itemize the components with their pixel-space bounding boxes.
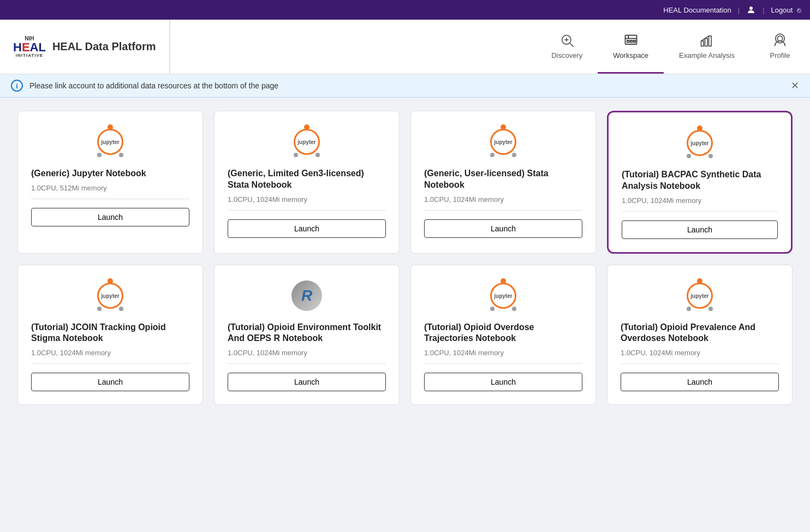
svg-point-14 — [777, 35, 782, 40]
card-specs-opioid-env: 1.0CPU, 1024Mi memory — [228, 349, 307, 357]
launch-button-generic-user-stata[interactable]: Launch — [424, 219, 582, 238]
svg-rect-10 — [633, 40, 635, 43]
card-divider-generic-stata — [228, 210, 386, 211]
svg-point-0 — [749, 7, 753, 10]
platform-title: HEAL Data Platform — [52, 40, 156, 53]
svg-point-15 — [776, 34, 784, 43]
card-divider-opioid-traj — [424, 363, 582, 364]
card-specs-opioid-prev: 1.0CPU, 1024Mi memory — [621, 349, 700, 357]
profile-icon — [772, 33, 788, 48]
close-banner-button[interactable]: ✕ — [791, 80, 799, 92]
card-logo-generic-user-stata: jupyter — [424, 124, 582, 159]
notebook-card-generic-user-stata: jupyter (Generic, User-licensed) Stata N… — [410, 111, 596, 254]
tab-example-analysis-label: Example Analysis — [679, 51, 735, 59]
cards-grid: jupyter (Generic) Jupyter Notebook 1.0CP… — [17, 111, 793, 405]
card-logo-opioid-env: R — [228, 278, 386, 313]
card-title-opioid-traj: (Tutorial) Opioid Overdose Trajectories … — [424, 322, 582, 345]
launch-button-jcoin[interactable]: Launch — [31, 373, 189, 391]
card-specs-jcoin: 1.0CPU, 1024Mi memory — [31, 349, 111, 357]
card-specs-generic-jupyter: 1.0CPU, 512Mi memory — [31, 184, 107, 192]
nav-bar: NIH HEAL INITIATIVE HEAL Data Platform D… — [0, 20, 810, 74]
notebook-card-opioid-traj: jupyter (Tutorial) Opioid Overdose Traje… — [410, 265, 596, 405]
card-divider-opioid-prev — [621, 363, 779, 364]
workspace-icon — [623, 33, 639, 48]
card-title-generic-jupyter: (Generic) Jupyter Notebook — [31, 168, 146, 180]
card-specs-generic-user-stata: 1.0CPU, 1024Mi memory — [424, 195, 504, 204]
card-logo-generic-stata: jupyter — [228, 124, 386, 159]
notebook-card-opioid-prev: jupyter (Tutorial) Opioid Prevalence And… — [607, 265, 793, 405]
svg-rect-11 — [701, 41, 704, 46]
svg-rect-5 — [625, 35, 636, 44]
notebook-card-bacpac: jupyter (Tutorial) BACPAC Synthetic Data… — [607, 111, 793, 254]
nav-tabs: Discovery Workspace Example Analysis — [536, 20, 810, 74]
launch-button-opioid-env[interactable]: Launch — [228, 373, 386, 391]
banner-message: Please link account to additional data r… — [29, 81, 278, 90]
user-icon — [746, 5, 756, 15]
card-divider-jcoin — [31, 363, 189, 364]
card-title-generic-user-stata: (Generic, User-licensed) Stata Notebook — [424, 168, 582, 191]
card-specs-bacpac: 1.0CPU, 1024Mi memory — [622, 196, 701, 205]
initiative-label: INITIATIVE — [16, 53, 43, 58]
card-logo-generic-jupyter: jupyter — [31, 124, 189, 159]
example-analysis-icon — [699, 33, 714, 48]
svg-rect-13 — [709, 35, 712, 46]
card-title-generic-stata: (Generic, Limited Gen3-licensed) Stata N… — [228, 168, 386, 191]
tab-discovery-label: Discovery — [551, 51, 582, 59]
brand-logo: NIH HEAL INITIATIVE HEAL Data Platform — [0, 20, 170, 74]
tab-workspace[interactable]: Workspace — [598, 20, 664, 74]
card-specs-opioid-traj: 1.0CPU, 1024Mi memory — [424, 349, 504, 357]
info-icon: i — [11, 80, 23, 92]
tab-example-analysis[interactable]: Example Analysis — [664, 20, 750, 74]
tab-profile-label: Profile — [770, 51, 790, 59]
card-title-opioid-prev: (Tutorial) Opioid Prevalence And Overdos… — [621, 322, 779, 345]
svg-rect-9 — [630, 40, 633, 43]
card-title-jcoin: (Tutorial) JCOIN Tracking Opioid Stigma … — [31, 322, 189, 345]
launch-button-opioid-traj[interactable]: Launch — [424, 373, 582, 391]
svg-rect-12 — [705, 38, 708, 46]
tab-profile[interactable]: Profile — [750, 20, 810, 74]
launch-button-generic-stata[interactable]: Launch — [228, 219, 386, 238]
card-specs-generic-stata: 1.0CPU, 1024Mi memory — [228, 195, 307, 204]
notebook-card-generic-stata: jupyter (Generic, Limited Gen3-licensed)… — [214, 111, 400, 254]
card-logo-opioid-prev: jupyter — [621, 278, 779, 313]
card-logo-jcoin: jupyter — [31, 278, 189, 313]
main-content: jupyter (Generic) Jupyter Notebook 1.0CP… — [0, 98, 810, 418]
notebook-card-jcoin: jupyter (Tutorial) JCOIN Tracking Opioid… — [17, 265, 203, 405]
nih-heal-logo: NIH HEAL INITIATIVE — [13, 35, 46, 58]
card-divider-opioid-env — [228, 363, 386, 364]
top-bar: HEAL Documentation | | Logout ⎋ — [0, 0, 810, 20]
card-divider-generic-jupyter — [31, 199, 189, 199]
card-title-opioid-env: (Tutorial) Opioid Environment Toolkit An… — [228, 322, 386, 345]
svg-rect-8 — [627, 40, 629, 43]
card-divider-bacpac — [622, 211, 778, 212]
launch-button-bacpac[interactable]: Launch — [622, 220, 778, 239]
svg-line-2 — [570, 43, 573, 46]
tab-discovery[interactable]: Discovery — [536, 20, 598, 74]
logout-link[interactable]: Logout ⎋ — [771, 6, 801, 14]
card-logo-bacpac: jupyter — [622, 125, 778, 160]
notebook-card-opioid-env: R (Tutorial) Opioid Environment Toolkit … — [214, 265, 400, 405]
launch-button-generic-jupyter[interactable]: Launch — [31, 208, 189, 226]
card-divider-generic-user-stata — [424, 210, 582, 211]
divider-2: | — [763, 6, 764, 14]
divider-1: | — [738, 6, 740, 14]
heal-doc-link[interactable]: HEAL Documentation — [663, 6, 731, 14]
card-title-bacpac: (Tutorial) BACPAC Synthetic Data Analysi… — [622, 169, 778, 192]
heal-label: HEAL — [13, 41, 46, 53]
logout-icon: ⎋ — [797, 6, 801, 14]
launch-button-opioid-prev[interactable]: Launch — [621, 373, 779, 391]
logout-label: Logout — [771, 6, 793, 14]
card-logo-opioid-traj: jupyter — [424, 278, 582, 313]
tab-workspace-label: Workspace — [613, 51, 648, 59]
discovery-icon — [559, 33, 575, 48]
notebook-card-generic-jupyter: jupyter (Generic) Jupyter Notebook 1.0CP… — [17, 111, 203, 254]
info-banner: i Please link account to additional data… — [0, 74, 810, 98]
